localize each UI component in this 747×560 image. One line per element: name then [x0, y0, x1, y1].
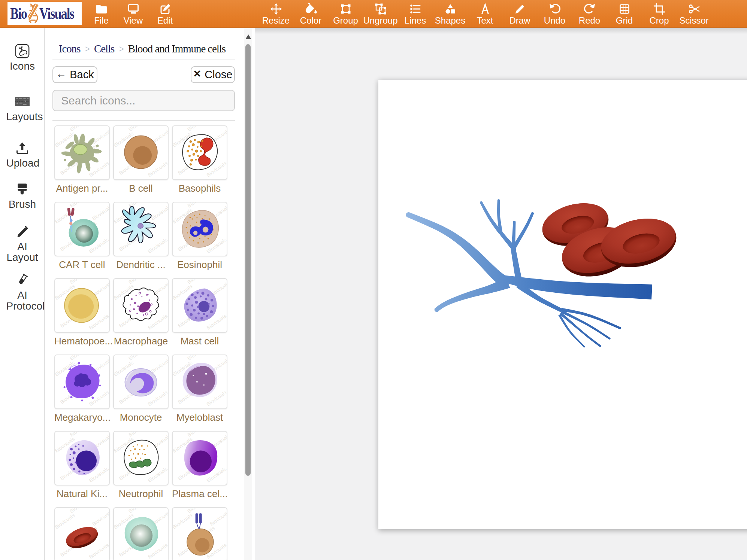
- icon-card-b-cell[interactable]: Biovisuals Biovisuals Biovisuals Biovisu…: [113, 125, 169, 180]
- icon-cell-b-cell[interactable]: Biovisuals Biovisuals Biovisuals Biovisu…: [113, 125, 169, 194]
- ungroup-button[interactable]: Ungroup: [363, 0, 398, 28]
- icon-card-plasma[interactable]: Biovisuals Biovisuals Biovisuals Biovisu…: [172, 431, 227, 486]
- draw-button[interactable]: Draw: [502, 0, 537, 28]
- icon-card-natural-killer[interactable]: Biovisuals Biovisuals Biovisuals Biovisu…: [54, 431, 110, 486]
- sidebar-item-ai-protocol[interactable]: AI Protocol: [0, 273, 45, 311]
- watermark-text: Biovisuals: [55, 131, 76, 148]
- search-input[interactable]: [52, 90, 235, 111]
- breadcrumb-cells[interactable]: Cells: [94, 43, 114, 55]
- icon-label: Plasma cel...: [172, 489, 227, 499]
- artboard[interactable]: [378, 80, 747, 529]
- mast-cell-drawing: Biovisuals Biovisuals Biovisuals Biovisu…: [173, 279, 227, 332]
- blood-vessel-illustration[interactable]: [401, 192, 686, 360]
- lines-label: Lines: [405, 16, 426, 25]
- hematopoietic-stem-cell-drawing: Biovisuals Biovisuals Biovisuals Biovisu…: [55, 279, 109, 332]
- icon-card-hematopoietic[interactable]: Biovisuals Biovisuals Biovisuals Biovisu…: [54, 278, 110, 333]
- watermark-text: Biovisuals: [88, 161, 109, 178]
- grid-button[interactable]: Grid: [607, 0, 642, 28]
- icon-cell-hematopoietic[interactable]: Biovisuals Biovisuals Biovisuals Biovisu…: [54, 278, 110, 346]
- back-label: Back: [70, 69, 94, 81]
- sidebar-item-icons[interactable]: Icons: [0, 43, 45, 71]
- icon-card-antigen-presenting[interactable]: Biovisuals Biovisuals Biovisuals Biovisu…: [54, 125, 110, 180]
- back-arrow-icon: ←: [56, 68, 66, 80]
- monocyte-drawing: Biovisuals Biovisuals Biovisuals Biovisu…: [114, 355, 168, 408]
- icon-label: B cell: [113, 183, 169, 194]
- sidebar-label-upload: Upload: [6, 158, 39, 168]
- icon-cell-t-cell[interactable]: Biovisuals Biovisuals Biovisuals Biovisu…: [113, 507, 169, 560]
- icon-cell-dendritic[interactable]: Biovisuals Biovisuals Biovisuals Biovisu…: [113, 202, 169, 270]
- watermark-text: Biovisuals: [91, 204, 109, 221]
- shapes-label: Shapes: [435, 16, 465, 25]
- icon-card-mast[interactable]: Biovisuals Biovisuals Biovisuals Biovisu…: [172, 278, 227, 333]
- myeloblast-drawing: Biovisuals Biovisuals Biovisuals Biovisu…: [173, 355, 227, 408]
- color-button[interactable]: Color: [293, 0, 328, 28]
- redo-button[interactable]: Redo: [572, 0, 607, 28]
- scissor-button[interactable]: Scissor: [677, 0, 711, 28]
- sidebar-item-upload[interactable]: Upload: [0, 140, 45, 168]
- ai-protocol-tube-icon: [15, 273, 30, 288]
- group-button[interactable]: Group: [328, 0, 363, 28]
- shapes-button[interactable]: Shapes: [433, 0, 468, 28]
- icon-cell-monocyte[interactable]: Biovisuals Biovisuals Biovisuals Biovisu…: [113, 354, 169, 423]
- grid-icon: [618, 3, 631, 15]
- text-button[interactable]: Text: [468, 0, 502, 28]
- icon-cell-basophils[interactable]: Biovisuals Biovisuals Biovisuals Biovisu…: [172, 125, 227, 194]
- icon-cell-myeloblast[interactable]: Biovisuals Biovisuals Biovisuals Biovisu…: [172, 354, 227, 423]
- close-button[interactable]: ✕ Close: [191, 66, 235, 83]
- icon-card-myeloblast[interactable]: Biovisuals Biovisuals Biovisuals Biovisu…: [172, 354, 227, 409]
- file-button[interactable]: File: [85, 0, 117, 28]
- watermark-text: Biovisuals: [55, 512, 76, 530]
- icon-card-basophils[interactable]: Biovisuals Biovisuals Biovisuals Biovisu…: [172, 125, 227, 180]
- antigen-presenting-cell-drawing: Biovisuals Biovisuals Biovisuals Biovisu…: [55, 126, 109, 179]
- icon-card-red-blood-cell[interactable]: Biovisuals Biovisuals Biovisuals Biovisu…: [54, 507, 110, 560]
- edit-button[interactable]: Edit: [149, 0, 181, 28]
- lines-button[interactable]: Lines: [398, 0, 433, 28]
- icon-card-monocyte[interactable]: Biovisuals Biovisuals Biovisuals Biovisu…: [113, 354, 169, 409]
- scrollbar-thumb[interactable]: [245, 44, 251, 476]
- icon-label: Basophils: [172, 183, 227, 194]
- panel-scrollbar[interactable]: [244, 28, 252, 560]
- grid-label: Grid: [616, 16, 633, 25]
- icon-card-megakaryocyte[interactable]: Biovisuals Biovisuals Biovisuals Biovisu…: [54, 354, 110, 409]
- icon-cell-mast[interactable]: Biovisuals Biovisuals Biovisuals Biovisu…: [172, 278, 227, 346]
- icon-cell-car-t[interactable]: Biovisuals Biovisuals Biovisuals Biovisu…: [54, 202, 110, 270]
- icon-cell-antigen-presenting[interactable]: Biovisuals Biovisuals Biovisuals Biovisu…: [54, 125, 110, 194]
- undo-button[interactable]: Undo: [537, 0, 572, 28]
- icon-cell-eosinophil[interactable]: Biovisuals Biovisuals Biovisuals Biovisu…: [172, 202, 227, 270]
- sidebar-item-brush[interactable]: Brush: [0, 182, 45, 210]
- icon-cell-plasma[interactable]: Biovisuals Biovisuals Biovisuals Biovisu…: [172, 431, 227, 499]
- resize-icon: [270, 3, 282, 15]
- icon-cell-natural-killer[interactable]: Biovisuals Biovisuals Biovisuals Biovisu…: [54, 431, 110, 499]
- icon-card-neutrophil[interactable]: Biovisuals Biovisuals Biovisuals Biovisu…: [113, 431, 169, 486]
- icon-cell-megakaryocyte[interactable]: Biovisuals Biovisuals Biovisuals Biovisu…: [54, 354, 110, 423]
- brand-logo[interactable]: Bio Visuals: [7, 2, 82, 25]
- resize-button[interactable]: Resize: [258, 0, 293, 28]
- b-cell-drawing: Biovisuals Biovisuals Biovisuals Biovisu…: [114, 126, 168, 179]
- icon-cell-t-cell-receptor[interactable]: Biovisuals Biovisuals Biovisuals Biovisu…: [172, 507, 227, 560]
- icon-card-dendritic[interactable]: Biovisuals Biovisuals Biovisuals Biovisu…: [113, 202, 169, 256]
- sidebar-item-ai-layout[interactable]: AI Layout: [0, 224, 45, 263]
- icon-card-car-t[interactable]: Biovisuals Biovisuals Biovisuals Biovisu…: [54, 202, 110, 256]
- natural-killer-cell-drawing: Biovisuals Biovisuals Biovisuals Biovisu…: [55, 432, 109, 485]
- crop-button[interactable]: Crop: [642, 0, 677, 28]
- canvas-area[interactable]: [255, 28, 747, 560]
- view-button[interactable]: View: [117, 0, 149, 28]
- icon-card-t-cell[interactable]: Biovisuals Biovisuals Biovisuals Biovisu…: [113, 507, 169, 560]
- icon-label: Monocyte: [113, 412, 169, 423]
- breadcrumb-separator: >: [84, 43, 90, 55]
- icon-card-t-cell-receptor[interactable]: Biovisuals Biovisuals Biovisuals Biovisu…: [172, 507, 227, 560]
- breadcrumb: Icons > Cells > Blood and Immune cells: [52, 43, 235, 55]
- icon-cell-neutrophil[interactable]: Biovisuals Biovisuals Biovisuals Biovisu…: [113, 431, 169, 499]
- icon-card-eosinophil[interactable]: Biovisuals Biovisuals Biovisuals Biovisu…: [172, 202, 227, 256]
- icon-cell-macrophage[interactable]: Biovisuals Biovisuals Biovisuals Biovisu…: [113, 278, 169, 346]
- scrollbar-up-arrow[interactable]: [245, 34, 251, 39]
- icon-label: Eosinophil: [172, 259, 227, 270]
- blood-vessel: [406, 199, 652, 348]
- icon-cell-red-blood-cell[interactable]: Biovisuals Biovisuals Biovisuals Biovisu…: [54, 507, 110, 560]
- back-button[interactable]: ← Back: [52, 66, 97, 83]
- sidebar-item-layouts[interactable]: Layouts: [0, 94, 45, 122]
- icon-card-macrophage[interactable]: Biovisuals Biovisuals Biovisuals Biovisu…: [113, 278, 169, 333]
- ungroup-icon: [374, 3, 387, 15]
- breadcrumb-icons[interactable]: Icons: [59, 43, 80, 55]
- sidebar-label-layouts: Layouts: [6, 111, 39, 122]
